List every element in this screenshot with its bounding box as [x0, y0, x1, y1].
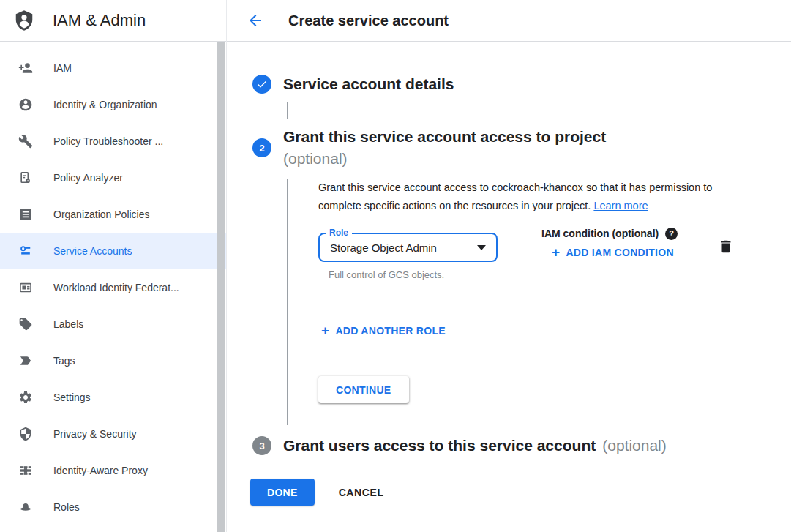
sidebar-item-label: Policy Analyzer: [53, 172, 123, 184]
sidebar-item-identity-aware-proxy[interactable]: Identity-Aware Proxy: [0, 452, 226, 489]
step-2-body: Grant this service account access to coc…: [287, 179, 791, 425]
main-panel: Create service account Service account d…: [227, 0, 791, 532]
sidebar-scrollbar[interactable]: [217, 42, 225, 532]
account-circle-icon: [18, 97, 33, 112]
sidebar-header: IAM & Admin: [0, 0, 226, 42]
sidebar-item-label: Tags: [53, 355, 75, 367]
sidebar-item-tags[interactable]: Tags: [0, 342, 226, 379]
article-icon: [18, 207, 33, 222]
step-3-title-line: Grant users access to this service accou…: [283, 435, 667, 457]
role-dropdown-value: Storage Object Admin: [330, 241, 437, 254]
step-2-description: Grant this service account access to coc…: [318, 179, 744, 215]
add-another-role-button[interactable]: + ADD ANOTHER ROLE: [321, 325, 446, 337]
sidebar-item-label: Service Accounts: [53, 245, 132, 257]
iam-condition-header: IAM condition (optional) ?: [541, 227, 678, 240]
service-account-icon: [18, 244, 33, 258]
iam-admin-shield-icon: [13, 10, 35, 31]
add-another-role-label: ADD ANOTHER ROLE: [335, 325, 446, 337]
step-3-title: Grant users access to this service accou…: [283, 437, 596, 454]
caret-down-icon: [477, 245, 486, 250]
document-gear-icon: [18, 171, 33, 185]
sidebar-item-settings[interactable]: Settings: [0, 379, 226, 416]
label-important-icon: [18, 353, 33, 368]
description-text: Grant this service account access to coc…: [318, 181, 712, 211]
role-field: Role Storage Object Admin Full control o…: [318, 233, 498, 280]
sidebar-item-label: Settings: [53, 391, 91, 403]
step-2-header[interactable]: 2 Grant this service account access to p…: [252, 126, 791, 170]
sidebar-item-labels[interactable]: Labels: [0, 306, 226, 342]
sidebar-item-identity-organization[interactable]: Identity & Organization: [0, 86, 226, 123]
sidebar-item-workload-identity-federation[interactable]: Workload Identity Federat...: [0, 269, 226, 306]
shield-half-icon: [18, 427, 33, 441]
sidebar-item-label: Identity & Organization: [53, 99, 157, 110]
back-arrow-icon[interactable]: [247, 12, 264, 29]
role-row: Role Storage Object Admin Full control o…: [318, 233, 791, 297]
product-title: IAM & Admin: [53, 11, 146, 30]
create-service-account-form: Service account details 2 Grant this ser…: [227, 42, 791, 506]
delete-role-button[interactable]: [718, 239, 734, 255]
sidebar-item-label: IAM: [53, 62, 72, 74]
iam-condition-label: IAM condition (optional): [541, 228, 659, 239]
hat-icon: [18, 500, 33, 514]
proxy-icon: [18, 463, 33, 478]
step-1-title: Service account details: [283, 73, 454, 95]
plus-icon: +: [321, 326, 329, 336]
sidebar-nav: IAM Identity & Organization Policy Troub…: [0, 42, 226, 525]
help-icon[interactable]: ?: [665, 228, 678, 240]
app-window: IAM & Admin IAM Identity & Organization: [0, 0, 791, 532]
plus-icon: +: [552, 247, 560, 258]
sidebar: IAM & Admin IAM Identity & Organization: [0, 0, 227, 532]
step-1-header[interactable]: Service account details: [252, 73, 791, 95]
step-1-complete-check-icon: [252, 75, 271, 94]
step-3-optional-label: (optional): [602, 437, 667, 454]
sidebar-item-privacy-security[interactable]: Privacy & Security: [0, 416, 226, 452]
sidebar-item-policy-troubleshooter[interactable]: Policy Troubleshooter ...: [0, 123, 226, 160]
topbar: Create service account: [227, 0, 791, 42]
trash-icon: [718, 239, 734, 255]
role-field-label: Role: [326, 228, 352, 238]
cancel-button[interactable]: CANCEL: [339, 487, 384, 498]
continue-button[interactable]: CONTINUE: [318, 376, 409, 403]
sidebar-item-label: Identity-Aware Proxy: [53, 465, 148, 476]
form-actions: DONE CANCEL: [250, 479, 791, 506]
sidebar-item-label: Policy Troubleshooter ...: [53, 135, 163, 147]
sidebar-item-label: Workload Identity Federat...: [53, 282, 179, 293]
sidebar-item-label: Labels: [53, 318, 83, 330]
sidebar-item-service-accounts[interactable]: Service Accounts: [0, 233, 226, 269]
sidebar-item-label: Roles: [53, 501, 80, 513]
sidebar-item-label: Organization Policies: [53, 209, 150, 220]
card-icon: [18, 280, 33, 295]
done-button[interactable]: DONE: [250, 479, 315, 506]
step-2-title: Grant this service account access to pro…: [283, 126, 606, 148]
add-iam-condition-button[interactable]: + ADD IAM CONDITION: [552, 247, 674, 258]
step-connector-line: [287, 102, 288, 119]
step-3-number-badge: 3: [252, 436, 271, 455]
wrench-icon: [18, 134, 33, 149]
person-add-icon: [18, 61, 33, 75]
step-3-header[interactable]: 3 Grant users access to this service acc…: [252, 435, 791, 457]
tag-icon: [18, 317, 33, 331]
learn-more-link[interactable]: Learn more: [593, 200, 648, 211]
iam-condition-block: IAM condition (optional) ? + ADD IAM CON…: [541, 227, 678, 260]
step-2-optional-label: (optional): [283, 148, 606, 170]
sidebar-item-policy-analyzer[interactable]: Policy Analyzer: [0, 160, 226, 196]
step-2-number-badge: 2: [252, 138, 271, 157]
role-helper-text: Full control of GCS objects.: [329, 269, 498, 280]
sidebar-item-iam[interactable]: IAM: [0, 50, 226, 86]
gear-icon: [18, 390, 33, 405]
add-iam-condition-label: ADD IAM CONDITION: [566, 247, 673, 258]
sidebar-item-label: Privacy & Security: [53, 428, 137, 440]
page-title: Create service account: [288, 12, 449, 29]
sidebar-item-organization-policies[interactable]: Organization Policies: [0, 196, 226, 233]
sidebar-item-roles[interactable]: Roles: [0, 489, 226, 525]
